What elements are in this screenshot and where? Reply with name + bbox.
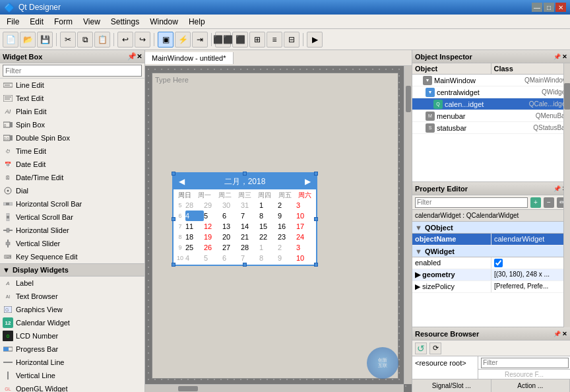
canvas-hscrollbar[interactable]	[145, 384, 404, 392]
menu-edit[interactable]: Edit	[24, 16, 49, 28]
cal-day[interactable]: 7	[241, 211, 259, 221]
copy-button[interactable]: ⧉	[77, 32, 93, 48]
vscroll-thumb[interactable]	[406, 86, 411, 112]
obj-row-statusbar[interactable]: S statusbar QStatusBar	[412, 122, 570, 134]
paste-button[interactable]: 📋	[94, 32, 110, 48]
cal-day[interactable]: 1	[259, 242, 278, 253]
widget-item-text-browser[interactable]: AI Text Browser	[0, 290, 144, 303]
signal-slot-btn[interactable]: Signal/Slot ...	[412, 379, 491, 392]
prop-filter-input[interactable]	[415, 197, 528, 208]
prop-row-enabled[interactable]: enabled	[412, 257, 570, 269]
widget-item-time-edit[interactable]: ⏱ Time Edit	[0, 145, 144, 158]
cal-day[interactable]: 15	[259, 221, 278, 232]
cal-day[interactable]: 3	[296, 200, 315, 211]
cal-day[interactable]: 26	[204, 242, 222, 253]
layout-h-button[interactable]: ⬛⬛	[215, 32, 231, 48]
handle-tl[interactable]	[172, 172, 175, 176]
new-button[interactable]: 📄	[3, 32, 18, 48]
cal-prev-btn[interactable]: ◀	[176, 177, 187, 186]
handle-br[interactable]	[314, 263, 318, 267]
menu-view[interactable]: View	[78, 16, 106, 28]
prop-row-objectname[interactable]: objectName calendarWidget	[412, 234, 570, 245]
widget-item-vslider[interactable]: Vertical Slider	[0, 237, 144, 250]
reload-resource-btn[interactable]: ↺	[415, 343, 427, 354]
cal-day[interactable]: 6	[222, 211, 241, 221]
layout-form-button[interactable]: ≡	[267, 32, 282, 48]
prop-section-qobject[interactable]: ▼ QObject	[412, 222, 570, 234]
handle-ml[interactable]	[172, 217, 175, 221]
obj-inspector-close[interactable]: ✕	[562, 53, 567, 60]
cal-day[interactable]: 5	[204, 211, 222, 221]
display-widgets-section[interactable]: ▼ Display Widgets	[0, 263, 144, 277]
widget-item-spin-box[interactable]: 0 Spin Box	[0, 118, 144, 131]
cal-day[interactable]: 25	[185, 242, 204, 253]
cal-day[interactable]: 1	[259, 200, 278, 211]
cal-day[interactable]: 24	[296, 232, 315, 242]
cal-day[interactable]: 29	[204, 200, 222, 211]
hscroll-thumb[interactable]	[178, 386, 198, 391]
obj-row-menubar[interactable]: M menubar QMenuBar	[412, 110, 570, 122]
cal-day[interactable]: 9	[278, 211, 296, 221]
widget-item-date-edit[interactable]: 📅 Date Edit	[0, 158, 144, 171]
cal-day[interactable]: 17	[296, 221, 315, 232]
handle-tm[interactable]	[243, 172, 247, 176]
handle-bl[interactable]	[172, 263, 175, 267]
cut-button[interactable]: ✂	[60, 32, 76, 48]
obj-row-calendarwidget[interactable]: Q calen...idget QCale...idget	[412, 98, 570, 110]
handle-mr[interactable]	[314, 217, 318, 221]
layout-v-button[interactable]: ⬛	[232, 32, 248, 48]
cal-day[interactable]: 2	[278, 242, 296, 253]
cal-day[interactable]: 6	[222, 253, 241, 263]
widget-filter-input[interactable]	[3, 65, 142, 77]
widget-item-datetime-edit[interactable]: 🗓 Date/Time Edit	[0, 171, 144, 184]
cal-day[interactable]: 3	[296, 242, 315, 253]
widget-item-hline[interactable]: Horizontal Line	[0, 356, 144, 369]
minimize-button[interactable]: —	[532, 3, 542, 12]
obj-row-centralwidget[interactable]: ▼ centralwidget QWidget	[412, 86, 570, 98]
cal-day[interactable]: 9	[278, 253, 296, 263]
canvas-tab-main[interactable]: MainWindow - untitled*	[145, 52, 234, 64]
widget-mode-button[interactable]: ▣	[158, 32, 174, 48]
cal-day[interactable]: 5	[204, 253, 222, 263]
cal-day[interactable]: 28	[185, 200, 204, 211]
cal-day[interactable]: 18	[185, 232, 204, 242]
res-filter-input[interactable]	[481, 358, 569, 368]
cal-day[interactable]: 13	[222, 221, 241, 232]
widget-item-opengl[interactable]: GL OpenGL Widget	[0, 382, 144, 392]
widget-item-vline[interactable]: Vertical Line	[0, 369, 144, 382]
prop-add-btn[interactable]: +	[530, 197, 541, 208]
menu-help[interactable]: Help	[183, 16, 210, 28]
prop-remove-btn[interactable]: −	[544, 197, 554, 208]
save-button[interactable]: 💾	[37, 32, 53, 48]
cal-next-btn[interactable]: ▶	[302, 177, 313, 186]
menu-file[interactable]: File	[1, 16, 24, 28]
res-browser-close[interactable]: ✕	[562, 331, 567, 337]
widget-item-label[interactable]: A Label	[0, 277, 144, 290]
widget-item-text-edit[interactable]: Text Edit	[0, 92, 144, 105]
cal-day[interactable]: 19	[204, 232, 222, 242]
undo-button[interactable]: ↩	[117, 32, 133, 48]
widget-box-close[interactable]: ✕	[137, 53, 142, 60]
widget-item-progress-bar[interactable]: Progress Bar	[0, 343, 144, 356]
widget-item-line-edit[interactable]: Line Edit	[0, 79, 144, 92]
enabled-checkbox[interactable]	[494, 259, 503, 267]
handle-bm[interactable]	[243, 263, 247, 267]
cal-day[interactable]: 10	[296, 253, 315, 263]
cal-day[interactable]: 4	[185, 253, 204, 263]
canvas-content[interactable]: Type Here ◀ 二月，2018 ▶	[145, 66, 412, 392]
maximize-button[interactable]: □	[544, 3, 554, 12]
cal-day[interactable]: 12	[204, 221, 222, 232]
cal-day[interactable]: 8	[259, 211, 278, 221]
action-btn[interactable]: Action ...	[491, 379, 571, 392]
calendar-widget-instance[interactable]: ◀ 二月，2018 ▶ 周日 周一 周二 周三 周四 周五 周六	[172, 172, 317, 266]
widget-item-dial[interactable]: Dial	[0, 184, 144, 197]
new-resource-btn[interactable]: ⟳	[429, 343, 441, 354]
widget-item-graphics-view[interactable]: G Graphics View	[0, 303, 144, 316]
prop-value[interactable]: calendarWidget	[491, 234, 570, 245]
cal-day[interactable]: 16	[278, 221, 296, 232]
widget-item-plain-edit[interactable]: AI Plain Edit	[0, 105, 144, 118]
widget-item-keyseq[interactable]: ⌨ Key Sequence Edit	[0, 250, 144, 263]
taborder-button[interactable]: ⇥	[192, 32, 208, 48]
menu-form[interactable]: Form	[49, 16, 78, 28]
menu-window[interactable]: Window	[144, 16, 183, 28]
